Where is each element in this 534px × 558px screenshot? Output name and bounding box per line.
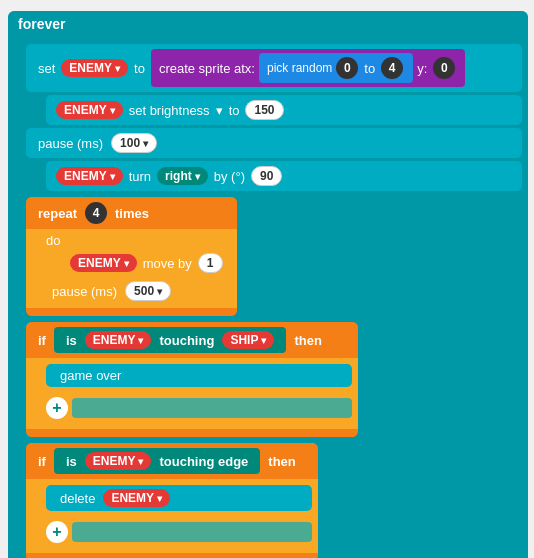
set-enemy-row: set ENEMY ▾ to create sprite atx: pick r… [26,44,522,92]
repeat-times-bubble[interactable]: 4 [85,202,107,224]
random-to-bubble[interactable]: 4 [381,57,403,79]
then-label-1: then [294,333,321,348]
enemy-pill-3[interactable]: ENEMY ▾ [56,167,123,185]
enemy-dropdown-arrow-7: ▾ [157,493,162,504]
pause-2-label: pause (ms) [52,284,117,299]
enemy-pill-1[interactable]: ENEMY ▾ [61,59,128,77]
move-label: move by [143,256,192,271]
is-label-2: is [66,454,77,469]
repeat-label: repeat [38,206,77,221]
enemy-pill-5[interactable]: ENEMY ▾ [85,331,152,349]
brightness-dropdown[interactable]: ▾ [216,103,223,118]
repeat-do-label-row: do [42,233,231,248]
y-label: y: [417,61,427,76]
repeat-header: repeat 4 times [26,197,237,229]
brightness-to-label: to [229,103,240,118]
enemy-dropdown-arrow-5: ▾ [138,335,143,346]
times-label: times [115,206,149,221]
set-label: set [38,61,55,76]
enemy-pill-2[interactable]: ENEMY ▾ [56,101,123,119]
do-label: do [46,233,60,248]
game-over-label: game over [60,368,121,383]
add-btn-row-1[interactable]: + [46,391,352,425]
enemy-pill-4[interactable]: ENEMY ▾ [70,254,137,272]
if-ship-header: if is ENEMY ▾ touching SHIP ▾ [26,322,358,358]
set-brightness-label: set brightness [129,103,210,118]
ship-pill[interactable]: SHIP ▾ [222,331,274,349]
if-edge-block: if is ENEMY ▾ touching edge then [26,443,318,558]
direction-pill[interactable]: right ▾ [157,167,208,185]
turn-right-row: ENEMY ▾ turn right ▾ by (°) 90 [46,161,522,191]
y-val-bubble[interactable]: 0 [433,57,455,79]
ship-dropdown: ▾ [261,335,266,346]
to-label-2: to [364,61,375,76]
is-label-1: is [66,333,77,348]
forever-header: forever [8,11,528,37]
add-btn-row-2[interactable]: + [46,515,312,549]
if-ship-block: if is ENEMY ▾ touching SHIP ▾ [26,322,358,437]
pause-1-row: pause (ms) 100 ▾ [26,128,522,158]
pause-2-dropdown[interactable]: ▾ [157,286,162,297]
move-value[interactable]: 1 [198,253,223,273]
touching-edge-label: touching edge [159,454,248,469]
delete-row: delete ENEMY ▾ [46,485,312,511]
random-from-bubble[interactable]: 0 [336,57,358,79]
turn-label: turn [129,169,151,184]
enemy-dropdown-arrow-1: ▾ [115,63,120,74]
if-edge-header: if is ENEMY ▾ touching edge then [26,443,318,479]
pick-random-block: pick random 0 to 4 [259,53,413,83]
add-button-1[interactable]: + [46,397,68,419]
touching-label-1: touching [159,333,214,348]
repeat-move-row: ENEMY ▾ move by 1 [62,250,231,276]
enemy-pill-7[interactable]: ENEMY ▾ [103,489,170,507]
delete-label: delete [60,491,95,506]
forever-label: forever [18,16,65,32]
to-label-1: to [134,61,145,76]
enemy-dropdown-arrow-4: ▾ [124,258,129,269]
create-sprite-block: create sprite atx: pick random 0 to 4 y:… [151,49,465,87]
if-label-1: if [38,333,46,348]
by-label: by (°) [214,169,245,184]
brightness-value[interactable]: 150 [245,100,283,120]
add-button-2[interactable]: + [46,521,68,543]
pause-1-value[interactable]: 100 ▾ [111,133,157,153]
enemy-dropdown-arrow-2: ▾ [110,105,115,116]
touching-ship-block: is ENEMY ▾ touching SHIP ▾ [54,327,286,353]
then-label-2: then [268,454,295,469]
pause-1-dropdown[interactable]: ▾ [143,138,148,149]
game-over-row: game over [46,364,352,387]
pause-2-value[interactable]: 500 ▾ [125,281,171,301]
forever-block: forever set ENEMY ▾ to create sprite atx… [8,11,528,558]
direction-dropdown: ▾ [195,171,200,182]
touching-edge-block: is ENEMY ▾ touching edge [54,448,260,474]
degrees-value[interactable]: 90 [251,166,282,186]
repeat-block: repeat 4 times do ENEMY ▾ move by [26,197,237,316]
if-label-2: if [38,454,46,469]
enemy-pill-6[interactable]: ENEMY ▾ [85,452,152,470]
enemy-dropdown-arrow-6: ▾ [138,456,143,467]
pause-1-label: pause (ms) [38,136,103,151]
repeat-pause-row: pause (ms) 500 ▾ [42,278,231,304]
enemy-dropdown-arrow-3: ▾ [110,171,115,182]
set-brightness-row: ENEMY ▾ set brightness ▾ to 150 [46,95,522,125]
